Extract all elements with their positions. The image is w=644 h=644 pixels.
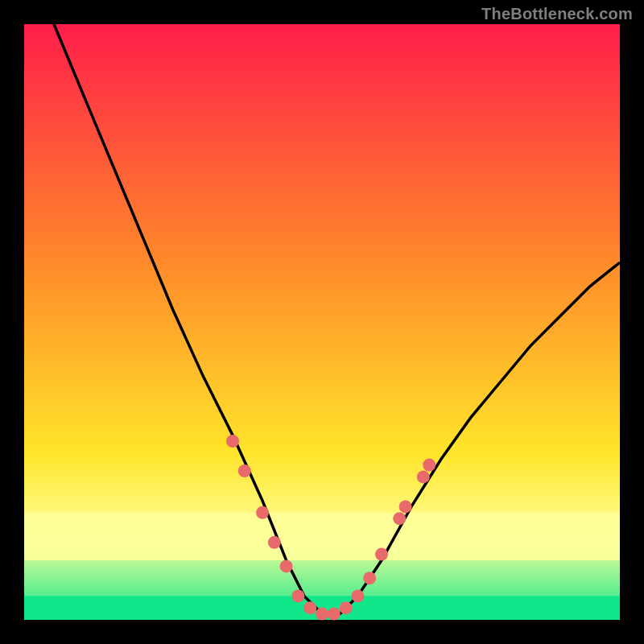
sample-dot xyxy=(351,589,364,602)
sample-dot xyxy=(417,470,430,483)
sample-dot xyxy=(393,512,406,525)
sample-dot xyxy=(268,536,281,549)
sample-dot xyxy=(363,572,376,584)
sample-dot xyxy=(375,548,388,561)
sample-dot xyxy=(328,608,341,621)
sample-dot xyxy=(238,464,251,477)
sample-dot xyxy=(340,601,353,614)
attribution-label: TheBottleneck.com xyxy=(481,5,633,23)
sample-dot xyxy=(256,506,269,519)
sample-dot xyxy=(399,500,412,513)
highlight-band xyxy=(24,513,620,560)
bottleneck-chart xyxy=(0,0,644,644)
sample-dot xyxy=(291,589,304,602)
sample-dot xyxy=(226,435,239,448)
chart-container: TheBottleneck.com xyxy=(0,0,644,644)
sample-dot xyxy=(423,459,436,472)
sample-dot xyxy=(316,608,328,621)
sample-dot xyxy=(280,559,293,572)
sample-dot xyxy=(303,601,316,614)
